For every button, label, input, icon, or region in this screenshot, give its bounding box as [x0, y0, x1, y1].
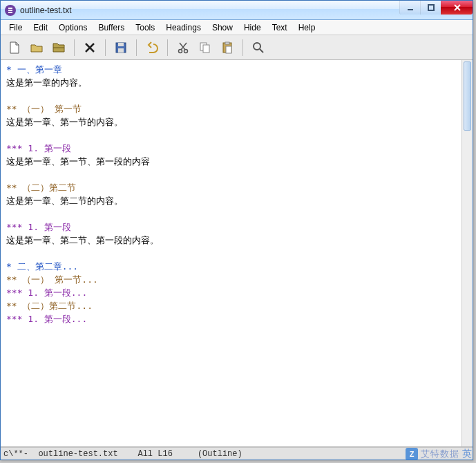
- toolbar-separator: [136, 39, 137, 56]
- toolbar-separator: [74, 39, 75, 56]
- kill-buffer-icon[interactable]: [80, 38, 99, 57]
- menu-text[interactable]: Text: [267, 21, 293, 34]
- status-buffer-name: outline-test.txt: [38, 449, 117, 459]
- menu-buffers[interactable]: Buffers: [93, 21, 130, 34]
- minimize-button[interactable]: [399, 1, 420, 15]
- undo-icon[interactable]: [142, 38, 162, 57]
- watermark-badge: Z: [406, 448, 418, 460]
- mode-line[interactable]: c\**- outline-test.txt All L16 (Outline): [1, 447, 473, 460]
- editor-text[interactable]: * 一、第一章 这是第一章的内容。 ** （一） 第一节 这是第一章、第一节的内…: [1, 60, 461, 446]
- toolbar: [1, 35, 473, 60]
- menu-tools[interactable]: Tools: [130, 21, 160, 34]
- toolbar-separator: [242, 39, 243, 56]
- svg-rect-10: [225, 42, 229, 44]
- search-icon[interactable]: [249, 38, 268, 57]
- menu-edit[interactable]: Edit: [28, 21, 53, 34]
- menu-help[interactable]: Help: [293, 21, 321, 34]
- app-icon: [5, 5, 16, 16]
- close-button[interactable]: [441, 1, 473, 15]
- watermark: Z 艾特数据 英: [406, 448, 472, 460]
- svg-rect-3: [118, 43, 124, 46]
- svg-rect-0: [408, 9, 413, 10]
- svg-rect-8: [203, 45, 209, 53]
- watermark-text: 艾特数据: [421, 448, 459, 460]
- toolbar-separator: [105, 39, 106, 56]
- new-file-icon[interactable]: [5, 38, 24, 57]
- svg-rect-11: [226, 46, 231, 53]
- svg-rect-1: [428, 5, 434, 10]
- menubar: File Edit Options Buffers Tools Headings…: [1, 20, 473, 35]
- titlebar[interactable]: outline-test.txt: [1, 1, 473, 20]
- cut-icon[interactable]: [173, 38, 193, 57]
- editor-area: * 一、第一章 这是第一章的内容。 ** （一） 第一节 这是第一章、第一节的内…: [1, 60, 473, 447]
- menu-headings[interactable]: Headings: [160, 21, 207, 34]
- open-file-icon[interactable]: [27, 38, 46, 57]
- copy-icon[interactable]: [196, 38, 215, 57]
- toolbar-separator: [167, 39, 168, 56]
- vertical-scrollbar[interactable]: [461, 60, 473, 446]
- menu-show[interactable]: Show: [207, 21, 238, 34]
- save-icon[interactable]: [111, 38, 131, 57]
- maximize-button[interactable]: [420, 1, 441, 15]
- window-title: outline-test.txt: [20, 6, 72, 15]
- window-frame: outline-test.txt File Edit Options Buffe…: [0, 0, 473, 460]
- paste-icon[interactable]: [218, 38, 237, 57]
- watermark-tail: 英: [462, 448, 472, 460]
- status-mode: (Outline): [198, 449, 242, 459]
- menu-options[interactable]: Options: [53, 21, 93, 34]
- scrollbar-thumb[interactable]: [464, 62, 471, 131]
- dired-icon[interactable]: [49, 38, 68, 57]
- status-position: All L16: [137, 449, 172, 459]
- svg-rect-4: [118, 48, 124, 53]
- menu-hide[interactable]: Hide: [238, 21, 267, 34]
- svg-point-12: [254, 43, 260, 50]
- status-left: c\**-: [3, 449, 28, 459]
- menu-file[interactable]: File: [3, 21, 28, 34]
- window-controls: [399, 1, 473, 15]
